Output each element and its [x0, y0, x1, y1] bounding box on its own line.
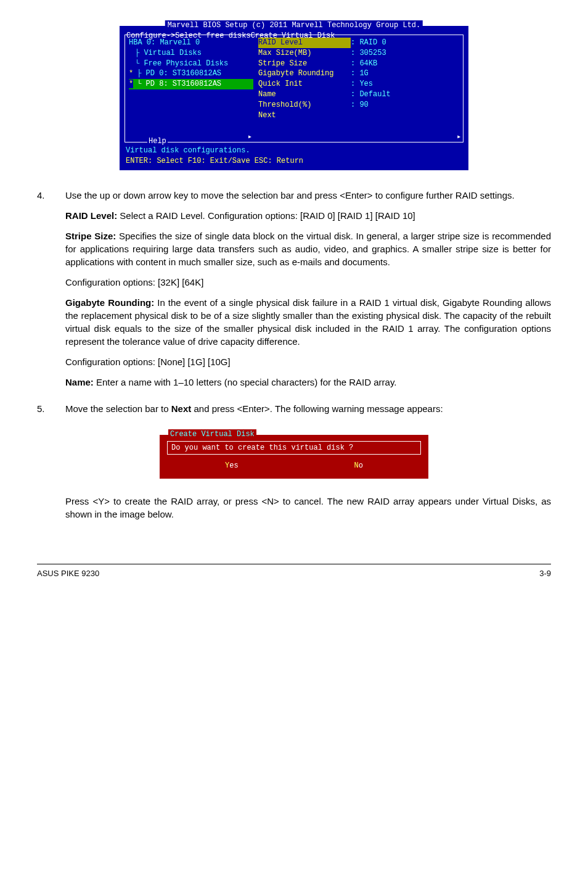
- pdisks-line: └ Free Physical Disks: [129, 59, 253, 69]
- max-size-value: : 305253: [351, 48, 386, 59]
- max-size-label: Max Size(MB): [258, 48, 351, 59]
- gigabyte-desc: Gigabyte Rounding: In the event of a sin…: [65, 296, 551, 348]
- create-vdisk-dialog: Create Virtual Disk Do you want to creat…: [158, 434, 430, 481]
- after-text-block: Press <Y> to create the RAID array, or p…: [65, 495, 551, 521]
- name-desc: Name: Enter a name with 1–10 letters (no…: [65, 376, 551, 389]
- bios-title: Marvell BIOS Setup (c) 2011 Marvell Tech…: [165, 20, 423, 31]
- pd0-label: PD 0: ST3160812AS: [146, 69, 221, 78]
- bios-settings: RAID Level: RAID 0 Max Size(MB): 305253 …: [258, 38, 459, 139]
- no-hotkey: N: [354, 461, 359, 470]
- stripe-value: : 64KB: [351, 59, 377, 69]
- name-row: Name: Default: [258, 89, 459, 100]
- quick-init-label: Quick Init: [258, 79, 351, 89]
- step5-text-a: Move the selection bar to: [65, 403, 171, 414]
- gigabyte-cfg: Configuration options: [None] [1G] [10G]: [65, 355, 551, 368]
- pdisks-label: Free Physical Disks: [144, 59, 228, 68]
- help-label: Help: [147, 136, 168, 147]
- step-4: 4. Use the up or down arrow key to move …: [37, 189, 551, 396]
- pd8-label: PD 8: ST3160812AS: [146, 80, 221, 88]
- threshold-row: Threshold(%): 90: [258, 100, 459, 110]
- dialog-message: Do you want to create this virtual disk …: [167, 441, 421, 455]
- no-button: No: [354, 461, 363, 471]
- stripe-text: Specifies the size of single data block …: [65, 231, 551, 267]
- raid-level-bold: RAID Level:: [65, 210, 117, 221]
- max-size-row: Max Size(MB): 305253: [258, 48, 459, 59]
- scroll-right-icon: ▶: [248, 133, 251, 140]
- vdisks-label: Virtual Disks: [144, 49, 202, 57]
- raid-level-text: Select a RAID Level. Configuration optio…: [117, 210, 415, 221]
- next-label: Next: [258, 110, 351, 121]
- pd8-line: *└ PD 8: ST3160812AS: [129, 79, 253, 89]
- gigabyte-row: Gigabyte Rounding: 1G: [258, 68, 459, 79]
- yes-button: Yes: [225, 461, 239, 471]
- raid-level-desc: RAID Level: Select a RAID Level. Configu…: [65, 209, 551, 222]
- threshold-label: Threshold(%): [258, 100, 351, 110]
- dialog-title: Create Virtual Disk: [168, 429, 256, 440]
- name-text: Enter a name with 1–10 letters (no speci…: [94, 377, 397, 387]
- name-label: Name: [258, 89, 351, 100]
- step-5: 5. Move the selection bar to Next and pr…: [37, 402, 551, 423]
- step-number: 5.: [37, 402, 65, 423]
- step5-p1: Move the selection bar to Next and press…: [65, 402, 551, 415]
- raid-level-label: RAID Level: [258, 38, 351, 48]
- footer-right: 3-9: [539, 568, 551, 579]
- page-footer: ASUS PIKE 9230 3-9: [37, 564, 551, 579]
- footer-line1: Virtual disk configurations.: [126, 146, 462, 156]
- name-bold: Name:: [65, 377, 94, 387]
- scroll-right-icon: ▶: [457, 133, 460, 140]
- yes-text: es: [229, 461, 238, 470]
- footer-line2: ENTER: Select F10: Exit/Save ESC: Return: [126, 156, 462, 167]
- quick-init-row: Quick Init: Yes: [258, 79, 459, 89]
- vdisks-line: ├ Virtual Disks: [129, 48, 253, 59]
- step5-text-c: and press <Enter>. The following warning…: [191, 403, 443, 414]
- step5-bold: Next: [171, 403, 192, 414]
- bios-inner: HBA 0: Marvell 0 ├ Virtual Disks └ Free …: [125, 35, 463, 142]
- bios-screenshot: Marvell BIOS Setup (c) 2011 Marvell Tech…: [118, 25, 470, 171]
- threshold-value: : 90: [351, 100, 369, 110]
- stripe-cfg: Configuration options: [32K] [64K]: [65, 276, 551, 289]
- next-row: Next: [258, 110, 459, 121]
- dialog-buttons: Yes No: [167, 461, 421, 471]
- bios-tree: HBA 0: Marvell 0 ├ Virtual Disks └ Free …: [129, 38, 258, 139]
- no-text: o: [359, 461, 363, 470]
- quick-init-value: : Yes: [351, 79, 373, 89]
- after-text: Press <Y> to create the RAID array, or p…: [65, 495, 551, 521]
- pd0-line: *├ PD 0: ST3160812AS: [129, 68, 253, 79]
- name-value: : Default: [351, 89, 391, 100]
- stripe-desc: Stripe Size: Specifies the size of singl…: [65, 229, 551, 268]
- stripe-bold: Stripe Size:: [65, 231, 116, 241]
- footer-left: ASUS PIKE 9230: [37, 568, 99, 579]
- step-number: 4.: [37, 189, 65, 396]
- gigabyte-value: : 1G: [351, 68, 369, 79]
- raid-level-row: RAID Level: RAID 0: [258, 38, 459, 48]
- gigabyte-label: Gigabyte Rounding: [258, 68, 351, 79]
- gigabyte-bold: Gigabyte Rounding:: [65, 297, 154, 308]
- bios-footer: Virtual disk configurations. ENTER: Sele…: [120, 144, 468, 170]
- stripe-row: Stripe Size: 64KB: [258, 59, 459, 69]
- raid-level-value: : RAID 0: [351, 38, 386, 48]
- step4-p1: Use the up or down arrow key to move the…: [65, 189, 551, 202]
- stripe-label: Stripe Size: [258, 59, 351, 69]
- hba-line: HBA 0: Marvell 0: [129, 38, 253, 48]
